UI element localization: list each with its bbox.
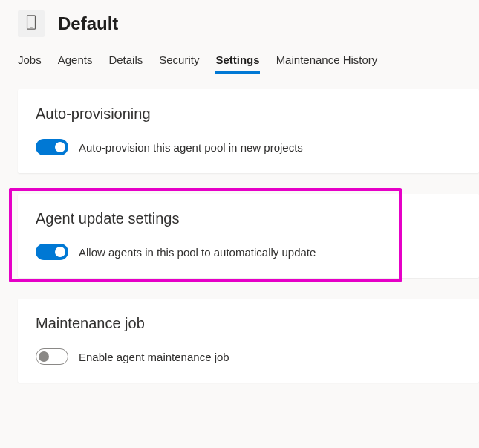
auto-provisioning-title: Auto-provisioning bbox=[36, 105, 461, 123]
pool-icon-container bbox=[18, 10, 45, 37]
tab-details[interactable]: Details bbox=[108, 49, 143, 74]
auto-provision-row: Auto-provision this agent pool in new pr… bbox=[36, 139, 461, 155]
maintenance-row: Enable agent maintenance job bbox=[36, 348, 461, 365]
settings-content: Auto-provisioning Auto-provision this ag… bbox=[0, 74, 479, 383]
agent-update-card: Agent update settings Allow agents in th… bbox=[18, 194, 479, 278]
tab-security[interactable]: Security bbox=[159, 49, 199, 74]
agent-update-row: Allow agents in this pool to automatical… bbox=[36, 244, 461, 260]
toggle-knob bbox=[39, 351, 49, 362]
tab-settings[interactable]: Settings bbox=[215, 49, 259, 74]
tab-agents[interactable]: Agents bbox=[58, 49, 93, 74]
auto-provision-toggle[interactable] bbox=[36, 139, 68, 155]
auto-provisioning-card: Auto-provisioning Auto-provision this ag… bbox=[18, 89, 479, 173]
maintenance-label: Enable agent maintenance job bbox=[79, 351, 229, 363]
tab-bar: Jobs Agents Details Security Settings Ma… bbox=[0, 43, 479, 74]
highlight-annotation bbox=[9, 188, 402, 282]
agent-update-label: Allow agents in this pool to automatical… bbox=[79, 246, 316, 259]
tab-jobs[interactable]: Jobs bbox=[18, 49, 42, 74]
maintenance-title: Maintenance job bbox=[36, 315, 461, 332]
maintenance-card: Maintenance job Enable agent maintenance… bbox=[18, 299, 479, 383]
agent-update-toggle[interactable] bbox=[36, 244, 68, 260]
page-title: Default bbox=[58, 13, 118, 34]
toggle-knob bbox=[55, 142, 65, 152]
maintenance-toggle[interactable] bbox=[36, 348, 68, 365]
agent-update-title: Agent update settings bbox=[36, 210, 461, 227]
page-header: Default bbox=[0, 0, 479, 43]
device-icon bbox=[26, 15, 36, 33]
toggle-knob bbox=[55, 247, 65, 257]
auto-provision-label: Auto-provision this agent pool in new pr… bbox=[79, 141, 303, 154]
tab-maintenance-history[interactable]: Maintenance History bbox=[276, 49, 378, 74]
